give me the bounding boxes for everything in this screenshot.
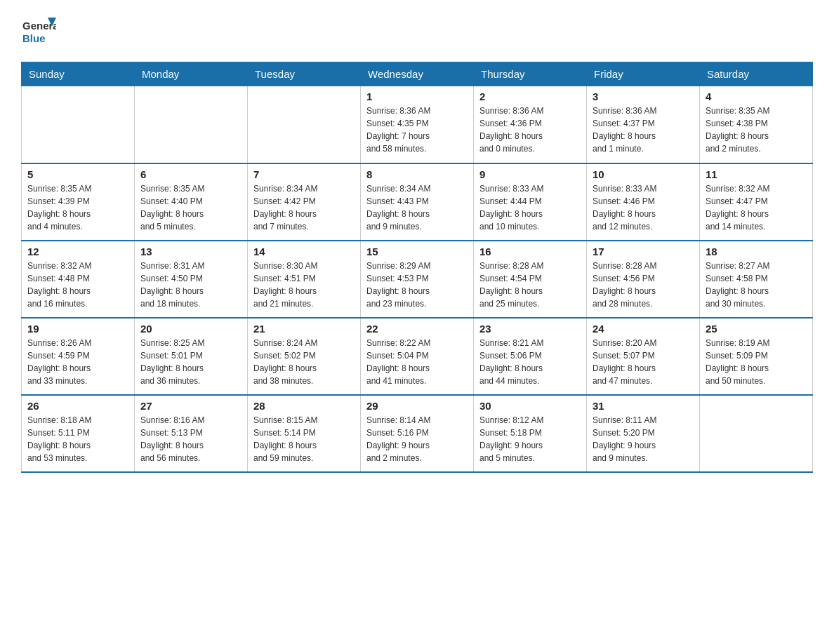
calendar-table: SundayMondayTuesdayWednesdayThursdayFrid… (21, 62, 813, 473)
calendar-cell: 6Sunrise: 8:35 AM Sunset: 4:40 PM Daylig… (135, 163, 248, 241)
weekday-header-sunday: Sunday (22, 62, 135, 86)
calendar-cell: 15Sunrise: 8:29 AM Sunset: 4:53 PM Dayli… (361, 241, 474, 318)
calendar-cell: 11Sunrise: 8:32 AM Sunset: 4:47 PM Dayli… (700, 163, 813, 241)
day-info: Sunrise: 8:32 AM Sunset: 4:48 PM Dayligh… (27, 260, 128, 310)
weekday-header-saturday: Saturday (700, 62, 813, 86)
calendar-cell (248, 86, 361, 163)
weekday-header-tuesday: Tuesday (248, 62, 361, 86)
calendar-cell: 27Sunrise: 8:16 AM Sunset: 5:13 PM Dayli… (135, 395, 248, 472)
calendar-week-3: 12Sunrise: 8:32 AM Sunset: 4:48 PM Dayli… (22, 241, 813, 318)
day-info: Sunrise: 8:29 AM Sunset: 4:53 PM Dayligh… (366, 260, 468, 310)
calendar-cell: 21Sunrise: 8:24 AM Sunset: 5:02 PM Dayli… (248, 318, 361, 395)
calendar-cell: 24Sunrise: 8:20 AM Sunset: 5:07 PM Dayli… (587, 318, 700, 395)
weekday-header-row: SundayMondayTuesdayWednesdayThursdayFrid… (22, 62, 813, 86)
day-number: 13 (140, 246, 241, 257)
day-number: 10 (593, 168, 694, 180)
day-info: Sunrise: 8:34 AM Sunset: 4:42 PM Dayligh… (253, 182, 355, 233)
day-number: 29 (366, 400, 468, 412)
day-info: Sunrise: 8:36 AM Sunset: 4:36 PM Dayligh… (479, 105, 581, 155)
day-info: Sunrise: 8:32 AM Sunset: 4:47 PM Dayligh… (706, 182, 807, 233)
calendar-week-2: 5Sunrise: 8:35 AM Sunset: 4:39 PM Daylig… (22, 163, 813, 241)
calendar-cell: 1Sunrise: 8:36 AM Sunset: 4:35 PM Daylig… (361, 86, 474, 163)
calendar-cell: 12Sunrise: 8:32 AM Sunset: 4:48 PM Dayli… (22, 241, 135, 318)
calendar-cell: 19Sunrise: 8:26 AM Sunset: 4:59 PM Dayli… (22, 318, 135, 395)
day-number: 22 (366, 323, 468, 335)
day-info: Sunrise: 8:25 AM Sunset: 5:01 PM Dayligh… (140, 337, 241, 387)
logo: General Blue (21, 14, 56, 49)
logo-icon: General Blue (21, 14, 56, 49)
day-number: 24 (593, 323, 694, 335)
calendar-cell (22, 86, 135, 163)
day-number: 21 (253, 323, 355, 335)
day-info: Sunrise: 8:33 AM Sunset: 4:46 PM Dayligh… (593, 182, 694, 233)
day-number: 31 (593, 400, 694, 412)
calendar-cell: 7Sunrise: 8:34 AM Sunset: 4:42 PM Daylig… (248, 163, 361, 241)
day-info: Sunrise: 8:24 AM Sunset: 5:02 PM Dayligh… (253, 337, 355, 387)
day-info: Sunrise: 8:14 AM Sunset: 5:16 PM Dayligh… (366, 414, 468, 464)
day-info: Sunrise: 8:35 AM Sunset: 4:40 PM Dayligh… (140, 182, 241, 233)
day-number: 30 (479, 400, 581, 412)
calendar-cell: 18Sunrise: 8:27 AM Sunset: 4:58 PM Dayli… (700, 241, 813, 318)
day-info: Sunrise: 8:31 AM Sunset: 4:50 PM Dayligh… (140, 260, 241, 310)
day-info: Sunrise: 8:27 AM Sunset: 4:58 PM Dayligh… (706, 260, 807, 310)
day-number: 14 (253, 246, 355, 257)
calendar-cell: 5Sunrise: 8:35 AM Sunset: 4:39 PM Daylig… (22, 163, 135, 241)
day-number: 28 (253, 400, 355, 412)
svg-text:Blue: Blue (22, 32, 46, 44)
calendar-cell: 8Sunrise: 8:34 AM Sunset: 4:43 PM Daylig… (361, 163, 474, 241)
calendar-cell: 28Sunrise: 8:15 AM Sunset: 5:14 PM Dayli… (248, 395, 361, 472)
day-number: 4 (706, 90, 807, 102)
day-info: Sunrise: 8:26 AM Sunset: 4:59 PM Dayligh… (27, 337, 128, 387)
day-info: Sunrise: 8:15 AM Sunset: 5:14 PM Dayligh… (253, 414, 355, 464)
calendar-cell: 20Sunrise: 8:25 AM Sunset: 5:01 PM Dayli… (135, 318, 248, 395)
day-info: Sunrise: 8:21 AM Sunset: 5:06 PM Dayligh… (479, 337, 581, 387)
calendar-cell: 4Sunrise: 8:35 AM Sunset: 4:38 PM Daylig… (700, 86, 813, 163)
calendar-cell: 30Sunrise: 8:12 AM Sunset: 5:18 PM Dayli… (474, 395, 587, 472)
day-info: Sunrise: 8:22 AM Sunset: 5:04 PM Dayligh… (366, 337, 468, 387)
weekday-header-monday: Monday (135, 62, 248, 86)
day-number: 23 (479, 323, 581, 335)
day-number: 12 (27, 246, 128, 257)
calendar-cell (700, 395, 813, 472)
day-number: 16 (479, 246, 581, 257)
day-number: 18 (706, 246, 807, 257)
calendar-cell: 13Sunrise: 8:31 AM Sunset: 4:50 PM Dayli… (135, 241, 248, 318)
day-number: 15 (366, 246, 468, 257)
day-number: 27 (140, 400, 241, 412)
calendar-cell: 26Sunrise: 8:18 AM Sunset: 5:11 PM Dayli… (22, 395, 135, 472)
weekday-header-wednesday: Wednesday (361, 62, 474, 86)
calendar-cell: 3Sunrise: 8:36 AM Sunset: 4:37 PM Daylig… (587, 86, 700, 163)
calendar-cell: 14Sunrise: 8:30 AM Sunset: 4:51 PM Dayli… (248, 241, 361, 318)
calendar-cell: 17Sunrise: 8:28 AM Sunset: 4:56 PM Dayli… (587, 241, 700, 318)
calendar-week-4: 19Sunrise: 8:26 AM Sunset: 4:59 PM Dayli… (22, 318, 813, 395)
calendar-cell: 22Sunrise: 8:22 AM Sunset: 5:04 PM Dayli… (361, 318, 474, 395)
day-number: 26 (27, 400, 128, 412)
day-info: Sunrise: 8:19 AM Sunset: 5:09 PM Dayligh… (706, 337, 807, 387)
weekday-header-friday: Friday (587, 62, 700, 86)
calendar-cell: 23Sunrise: 8:21 AM Sunset: 5:06 PM Dayli… (474, 318, 587, 395)
day-info: Sunrise: 8:36 AM Sunset: 4:37 PM Dayligh… (593, 105, 694, 155)
day-info: Sunrise: 8:16 AM Sunset: 5:13 PM Dayligh… (140, 414, 241, 464)
calendar-cell: 25Sunrise: 8:19 AM Sunset: 5:09 PM Dayli… (700, 318, 813, 395)
day-number: 20 (140, 323, 241, 335)
day-number: 7 (253, 168, 355, 180)
calendar-week-5: 26Sunrise: 8:18 AM Sunset: 5:11 PM Dayli… (22, 395, 813, 472)
calendar-week-1: 1Sunrise: 8:36 AM Sunset: 4:35 PM Daylig… (22, 86, 813, 163)
day-number: 19 (27, 323, 128, 335)
day-number: 9 (479, 168, 581, 180)
day-info: Sunrise: 8:36 AM Sunset: 4:35 PM Dayligh… (366, 105, 468, 155)
day-info: Sunrise: 8:28 AM Sunset: 4:54 PM Dayligh… (479, 260, 581, 310)
day-info: Sunrise: 8:20 AM Sunset: 5:07 PM Dayligh… (593, 337, 694, 387)
calendar-cell: 31Sunrise: 8:11 AM Sunset: 5:20 PM Dayli… (587, 395, 700, 472)
day-info: Sunrise: 8:12 AM Sunset: 5:18 PM Dayligh… (479, 414, 581, 464)
day-info: Sunrise: 8:35 AM Sunset: 4:39 PM Dayligh… (27, 182, 128, 233)
day-number: 8 (366, 168, 468, 180)
day-info: Sunrise: 8:30 AM Sunset: 4:51 PM Dayligh… (253, 260, 355, 310)
day-info: Sunrise: 8:18 AM Sunset: 5:11 PM Dayligh… (27, 414, 128, 464)
day-number: 2 (479, 90, 581, 102)
page-header: General Blue (21, 14, 813, 49)
day-number: 1 (366, 90, 468, 102)
calendar-cell: 9Sunrise: 8:33 AM Sunset: 4:44 PM Daylig… (474, 163, 587, 241)
day-number: 6 (140, 168, 241, 180)
day-number: 5 (27, 168, 128, 180)
